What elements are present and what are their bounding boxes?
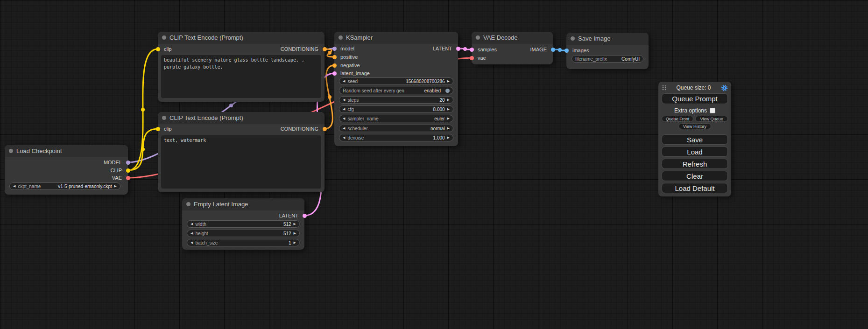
seed-widget[interactable]: ◀ seed 156680208700286 ▶ [339,77,453,85]
node-titlebar[interactable]: CLIP Text Encode (Prompt) [158,112,325,124]
extra-options-checkbox[interactable] [710,108,715,113]
output-slot-clip[interactable] [126,168,130,173]
widget-label: ckpt_name [18,184,41,189]
node-titlebar[interactable]: Empty Latent Image [182,198,304,210]
extra-options-label: Extra options [674,107,707,114]
node-titlebar[interactable]: Save Image [566,33,649,45]
cfg-widget[interactable]: ◀ cfg 8.000 ▶ [339,105,453,113]
widget-value: normal [430,126,445,131]
width-widget[interactable]: ◀ width 512 ▶ [187,220,300,228]
decrement-icon[interactable]: ◀ [343,117,345,120]
output-slot-image[interactable] [551,48,555,52]
output-slot-latent[interactable] [456,47,460,51]
drag-handle-icon[interactable] [662,84,666,91]
random-seed-toggle-widget[interactable]: Random seed after every gen enabled [339,87,453,94]
output-slot-conditioning[interactable] [323,127,327,131]
input-slot-negative[interactable] [332,63,337,68]
queue-front-button[interactable]: Queue Front [662,116,693,122]
batch-size-widget[interactable]: ◀ batch_size 1 ▶ [187,239,300,246]
decrement-icon[interactable]: ◀ [343,107,345,111]
sampler-name-widget[interactable]: ◀ sampler_name euler ▶ [339,115,453,122]
output-slot-conditioning[interactable] [323,47,327,51]
node-empty-latent-image[interactable]: Empty Latent Image LATENT ◀ width 512 ▶ … [182,198,304,250]
increment-icon[interactable]: ▶ [447,136,450,140]
increment-icon[interactable]: ▶ [447,79,450,83]
input-slot-clip[interactable] [156,47,160,51]
node-load-checkpoint[interactable]: Load Checkpoint MODEL CLIP VAE ◀ ckpt_na… [5,145,128,195]
input-slot-positive[interactable] [332,55,337,59]
height-widget[interactable]: ◀ height 512 ▶ [187,230,300,237]
collapse-dot[interactable] [339,35,343,40]
decrement-icon[interactable]: ◀ [191,231,193,235]
widget-label: steps [347,98,359,103]
collapse-dot[interactable] [162,35,166,40]
increment-icon[interactable]: ▶ [447,117,450,120]
queue-size-label: Queue size: 0 [666,84,721,91]
widget-label: sampler_name [347,116,378,121]
slot-row: samples IMAGE [472,46,553,53]
positive-prompt-textarea[interactable]: beautiful scenery nature glass bottle la… [161,55,321,98]
widget-value: euler [434,116,445,121]
increment-icon[interactable]: ▶ [447,126,450,130]
node-clip-text-encode-positive[interactable]: CLIP Text Encode (Prompt) clip CONDITION… [158,32,325,102]
node-titlebar[interactable]: Load Checkpoint [5,145,128,157]
collapse-dot[interactable] [9,149,13,153]
view-queue-button[interactable]: View Queue [695,116,728,122]
increment-icon[interactable]: ▶ [294,241,296,245]
increment-icon[interactable]: ▶ [447,107,450,111]
refresh-button[interactable]: Refresh [662,159,728,169]
decrement-icon[interactable]: ◀ [343,79,345,83]
output-label-vae: VAE [112,174,122,182]
decrement-icon[interactable]: ◀ [343,126,345,130]
load-button[interactable]: Load [662,147,728,157]
filename-prefix-widget[interactable]: filename_prefix ComfyUI [572,55,643,63]
increment-icon[interactable]: ▶ [294,222,296,226]
load-default-button[interactable]: Load Default [662,183,728,193]
node-titlebar[interactable]: KSampler [334,32,458,44]
input-slot-vae[interactable] [470,56,474,60]
decrement-icon[interactable]: ◀ [191,241,193,245]
input-slot-clip[interactable] [156,127,160,131]
node-title: Empty Latent Image [194,201,248,208]
node-titlebar[interactable]: CLIP Text Encode (Prompt) [158,32,325,44]
toggle-indicator-icon[interactable] [445,89,450,93]
view-history-button[interactable]: View History [678,123,711,129]
node-clip-text-encode-negative[interactable]: CLIP Text Encode (Prompt) clip CONDITION… [158,112,325,192]
save-button[interactable]: Save [662,134,728,145]
collapse-dot[interactable] [571,36,575,41]
node-save-image[interactable]: Save Image images filename_prefix ComfyU… [566,33,649,69]
decrement-icon[interactable]: ◀ [343,136,345,140]
input-slot-model[interactable] [332,47,337,51]
output-slot-vae[interactable] [126,176,130,180]
increment-icon[interactable]: ▶ [447,98,450,102]
output-label-conditioning: CONDITIONING [281,125,318,133]
output-slot-row: MODEL [5,159,128,166]
output-slot-model[interactable] [126,161,130,165]
queue-prompt-button[interactable]: Queue Prompt [662,93,728,104]
denoise-widget[interactable]: ◀ denoise 1.000 ▶ [339,134,453,141]
output-slot-row: CLIP [5,167,128,174]
scheduler-widget[interactable]: ◀ scheduler normal ▶ [339,125,453,132]
input-slot-latent-image[interactable] [332,71,337,76]
graph-canvas[interactable]: Load Checkpoint MODEL CLIP VAE ◀ ckpt_na… [0,0,868,329]
collapse-dot[interactable] [476,35,480,40]
node-title: KSampler [346,34,373,41]
input-slot-samples[interactable] [470,48,474,52]
decrement-icon[interactable]: ◀ [13,184,15,188]
node-vae-decode[interactable]: VAE Decode samples IMAGE vae [472,32,553,64]
ckpt-name-widget[interactable]: ◀ ckpt_name v1-5-pruned-emaonly.ckpt ▶ [9,182,120,190]
collapse-dot[interactable] [162,116,166,120]
increment-icon[interactable]: ▶ [294,231,296,235]
settings-gear-icon[interactable] [721,84,728,91]
increment-icon[interactable]: ▶ [114,184,117,188]
input-slot-images[interactable] [565,49,569,53]
node-ksampler[interactable]: KSampler model LATENT positive negative … [334,32,458,146]
decrement-icon[interactable]: ◀ [343,98,345,102]
clear-button[interactable]: Clear [662,171,728,181]
negative-prompt-textarea[interactable]: text, watermark [161,135,321,189]
node-titlebar[interactable]: VAE Decode [472,32,553,44]
output-slot-latent[interactable] [303,214,307,218]
steps-widget[interactable]: ◀ steps 20 ▶ [339,96,453,104]
collapse-dot[interactable] [186,202,191,206]
decrement-icon[interactable]: ◀ [191,222,193,226]
